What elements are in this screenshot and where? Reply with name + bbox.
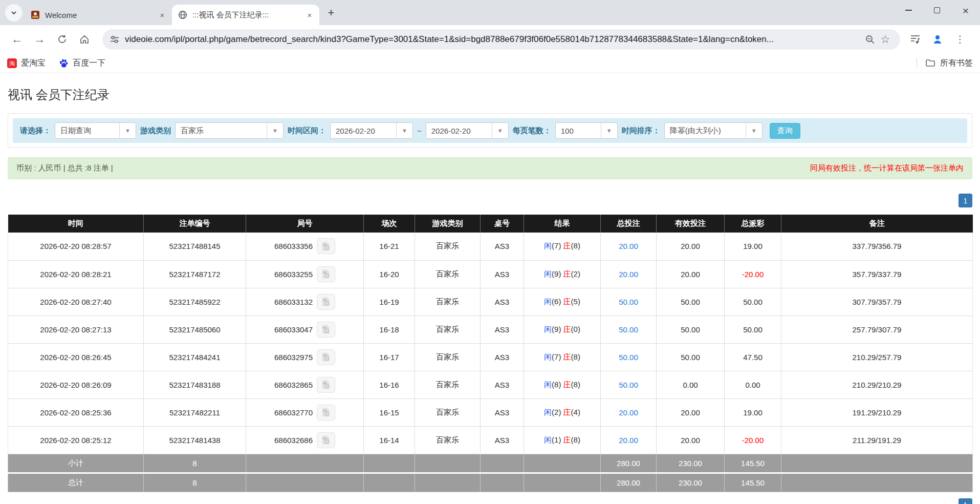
cell-remark: 211.29/191.29 bbox=[781, 426, 973, 454]
banker-result: 庄 bbox=[563, 380, 571, 389]
per-page-select[interactable]: 100 ▼ bbox=[555, 122, 618, 139]
close-button[interactable]: × bbox=[951, 0, 980, 20]
video-replay-button[interactable] bbox=[317, 294, 335, 310]
tab-welcome[interactable]: Welcome × bbox=[25, 5, 172, 25]
search-button[interactable]: 查询 bbox=[770, 123, 800, 139]
player-result: 闲 bbox=[544, 435, 552, 444]
col-header-remark: 备注 bbox=[781, 215, 973, 233]
banker-result: 庄 bbox=[563, 297, 571, 306]
cell-remark: 257.79/307.79 bbox=[781, 316, 973, 343]
cell-payout: 19.00 bbox=[725, 398, 781, 426]
address-bar[interactable]: videoie.com/ipl/portal.php/game/betrecor… bbox=[102, 29, 900, 50]
close-icon: × bbox=[963, 5, 969, 16]
video-replay-button[interactable] bbox=[317, 266, 335, 282]
back-button[interactable]: ← bbox=[7, 30, 27, 49]
round-number: 686032686 bbox=[274, 436, 313, 445]
total-bet-link[interactable]: 50.00 bbox=[619, 325, 638, 334]
chevron-down-icon[interactable]: ▼ bbox=[601, 123, 617, 138]
zoom-page-icon[interactable] bbox=[862, 32, 878, 47]
cell-table-no: AS3 bbox=[481, 426, 524, 454]
total-bet-link[interactable]: 50.00 bbox=[619, 353, 638, 362]
new-tab-button[interactable]: + bbox=[323, 5, 339, 20]
banker-result: 庄 bbox=[563, 408, 571, 416]
cell-remark: 357.79/337.79 bbox=[781, 260, 973, 288]
toolbar-right: ⋮ bbox=[905, 30, 973, 49]
cell-session: 16-17 bbox=[364, 343, 415, 371]
refresh-button[interactable] bbox=[52, 30, 72, 49]
total-count: 8 bbox=[144, 473, 246, 492]
cell-payout: 50.00 bbox=[725, 316, 781, 343]
bookmark-taobao[interactable]: 淘 爱淘宝 bbox=[7, 58, 46, 69]
cell-bet-id: 523217485922 bbox=[144, 288, 246, 316]
col-header-valid-bet: 有效投注 bbox=[657, 215, 725, 233]
col-header-session: 场次 bbox=[364, 215, 415, 233]
video-replay-button[interactable] bbox=[317, 432, 335, 448]
forward-button[interactable]: → bbox=[30, 30, 49, 49]
round-number: 686033132 bbox=[274, 298, 313, 306]
video-record-icon bbox=[321, 241, 331, 251]
chevron-down-icon[interactable]: ▼ bbox=[119, 123, 136, 138]
page-1-button[interactable]: 1 bbox=[959, 194, 972, 207]
video-record-icon bbox=[321, 297, 331, 307]
video-replay-button[interactable] bbox=[317, 349, 335, 365]
cell-session: 16-19 bbox=[364, 288, 415, 316]
total-bet-link[interactable]: 50.00 bbox=[619, 298, 638, 306]
total-bet-link[interactable]: 20.00 bbox=[619, 242, 638, 250]
cell-game-type: 百家乐 bbox=[415, 233, 481, 260]
home-button[interactable] bbox=[75, 30, 94, 49]
chevron-down-icon[interactable]: ▼ bbox=[396, 123, 412, 138]
banker-result: 庄 bbox=[563, 269, 571, 278]
tab-search-button[interactable] bbox=[5, 4, 23, 22]
tab-bet-record[interactable]: :::视讯 会员下注纪录::: × bbox=[172, 5, 319, 25]
cell-round: 686032770 bbox=[246, 398, 364, 426]
media-controls-button[interactable] bbox=[905, 30, 925, 49]
total-total-bet: 280.00 bbox=[601, 473, 657, 492]
cell-total-bet: 50.00 bbox=[601, 343, 657, 371]
pagination-top: 1 bbox=[8, 194, 972, 207]
video-replay-button[interactable] bbox=[317, 322, 335, 338]
player-result: 闲 bbox=[544, 269, 552, 278]
table-row: 2026-02-20 08:27:13523217485060686033047… bbox=[8, 316, 973, 343]
date-to-select[interactable]: 2026-02-20 ▼ bbox=[426, 122, 509, 139]
total-bet-link[interactable]: 20.00 bbox=[619, 408, 638, 417]
query-mode-select[interactable]: 日期查询 ▼ bbox=[55, 122, 136, 139]
table-row: 2026-02-20 08:25:12523217481438686032686… bbox=[8, 426, 973, 454]
video-replay-button[interactable] bbox=[317, 377, 335, 393]
cell-result: 闲(6) 庄(5) bbox=[524, 288, 601, 316]
cell-round: 686033047 bbox=[246, 316, 364, 343]
date-from-select[interactable]: 2026-02-20 ▼ bbox=[330, 122, 413, 139]
video-replay-button[interactable] bbox=[317, 238, 335, 254]
tab-close-icon[interactable]: × bbox=[158, 10, 167, 19]
profile-avatar[interactable] bbox=[928, 30, 947, 49]
cell-table-no: AS3 bbox=[481, 398, 524, 426]
browser-menu-button[interactable]: ⋮ bbox=[950, 30, 970, 49]
chevron-down-icon[interactable]: ▼ bbox=[746, 123, 762, 138]
total-bet-link[interactable]: 50.00 bbox=[619, 381, 638, 389]
site-settings-icon[interactable] bbox=[110, 34, 120, 45]
page-1-button[interactable]: 1 bbox=[959, 498, 972, 504]
chevron-down-icon[interactable]: ▼ bbox=[267, 123, 283, 138]
game-type-label: 游戏类别 bbox=[140, 126, 171, 136]
cell-valid-bet: 20.00 bbox=[657, 260, 725, 288]
url-text[interactable]: videoie.com/ipl/portal.php/game/betrecor… bbox=[125, 34, 862, 45]
game-type-select[interactable]: 百家乐 ▼ bbox=[175, 122, 284, 139]
grand-total-row: 总计 8 280.00 230.00 145.50 bbox=[8, 473, 973, 492]
player-result: 闲 bbox=[544, 297, 552, 306]
video-replay-button[interactable] bbox=[317, 405, 335, 421]
all-bookmarks-button[interactable]: 所有书签 bbox=[940, 58, 973, 69]
total-bet-link[interactable]: 20.00 bbox=[619, 436, 638, 445]
total-label: 总计 bbox=[8, 473, 144, 492]
bookmark-label: 爱淘宝 bbox=[21, 58, 46, 69]
cell-round: 686033356 bbox=[246, 233, 364, 260]
banker-result: 庄 bbox=[563, 352, 571, 361]
sort-order-select[interactable]: 降幂(由大到小) ▼ bbox=[664, 122, 763, 139]
bookmark-label: 百度一下 bbox=[73, 58, 105, 69]
total-valid-bet: 230.00 bbox=[657, 473, 725, 492]
bookmark-baidu[interactable]: 百度一下 bbox=[59, 58, 105, 69]
chevron-down-icon[interactable]: ▼ bbox=[492, 123, 508, 138]
tab-close-icon[interactable]: × bbox=[305, 10, 314, 19]
maximize-button[interactable] bbox=[923, 0, 951, 20]
total-bet-link[interactable]: 20.00 bbox=[619, 270, 638, 279]
bookmark-star-icon[interactable]: ☆ bbox=[878, 32, 893, 47]
minimize-button[interactable] bbox=[894, 0, 923, 20]
